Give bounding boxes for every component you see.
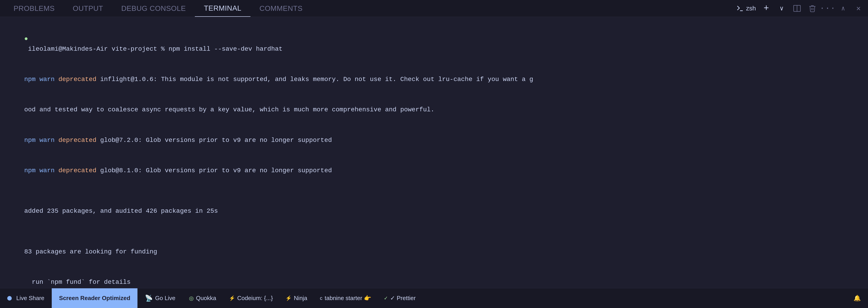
broadcast-icon: 📡 (145, 295, 153, 302)
trash-icon (808, 4, 816, 12)
warn-line-3: npm warn deprecated glob@8.1.0: Glob ver… (9, 156, 859, 186)
delete-terminal-button[interactable] (807, 3, 817, 13)
warn-line-2: npm warn deprecated glob@7.2.0: Glob ver… (9, 125, 859, 156)
funding-line-2: run `npm fund` for details (9, 267, 859, 288)
bell-button[interactable]: 🔔 (846, 288, 868, 308)
tab-output[interactable]: OUTPUT (64, 0, 112, 17)
terminal-controls: zsh + ∨ ··· ∧ ✕ (736, 3, 864, 13)
go-live-button[interactable]: 📡 Go Live (138, 288, 183, 308)
split-terminal-button[interactable] (792, 3, 802, 13)
npm-warn-text-2: glob@7.2.0: Glob versions prior to v9 ar… (96, 137, 332, 144)
prompt-dot: ● (24, 35, 28, 42)
quokka-icon: ◎ (189, 295, 194, 302)
terminal-shell-label: zsh (736, 4, 756, 12)
blank-1 (9, 186, 859, 196)
npm-warn-text-3: glob@8.1.0: Glob versions prior to v9 ar… (96, 167, 332, 174)
live-share-dot (7, 296, 12, 301)
funding-text-1: 83 packages are looking for funding (24, 248, 157, 255)
more-options-button[interactable]: ··· (823, 3, 833, 13)
funding-text-2: run `npm fund` for details (24, 279, 130, 286)
tab-terminal[interactable]: TERMINAL (195, 0, 250, 17)
npm-warn-label-3: npm warn (24, 167, 58, 174)
packages-added-line: added 235 packages, and audited 426 pack… (9, 196, 859, 227)
tabnine-button[interactable]: c tabnine starter 👉 (313, 288, 377, 308)
funding-line-1: 83 packages are looking for funding (9, 237, 859, 267)
tabnine-label: tabnine starter 👉 (324, 295, 371, 302)
terminal-command-line: ● ileolami@Makindes-Air vite-project % n… (9, 24, 859, 64)
tabnine-icon: c (320, 295, 322, 301)
npm-warn-label-2: npm warn (24, 137, 58, 144)
prompt-user: ileolami@Makindes-Air vite-project % (24, 46, 168, 53)
go-live-label: Go Live (155, 295, 176, 302)
npm-warn-label-1: npm warn (24, 76, 58, 83)
quokka-button[interactable]: ◎ Quokka (183, 288, 223, 308)
live-share-button[interactable]: Live Share (0, 288, 52, 308)
status-bar-left: Live Share Screen Reader Optimized 📡 Go … (0, 288, 422, 308)
prettier-check-icon: ✓ (384, 295, 388, 301)
split-icon (793, 4, 801, 12)
terminal-dropdown-button[interactable]: ∨ (777, 3, 786, 13)
npm-warn-deprecated-3: deprecated (58, 167, 96, 174)
tab-comments[interactable]: COMMENTS (250, 0, 312, 17)
warn-continuation-1: ood and tested way to coalesce async req… (9, 95, 859, 125)
codeium-icon: ⚡ (229, 295, 235, 301)
quokka-label: Quokka (196, 295, 216, 302)
blank-2 (9, 227, 859, 237)
ninja-button[interactable]: ⚡ Ninja (279, 288, 313, 308)
warn-line-1: npm warn deprecated inflight@1.0.6: This… (9, 64, 859, 94)
npm-warn-text-1: inflight@1.0.6: This module is not suppo… (96, 76, 533, 83)
tab-problems[interactable]: PROBLEMS (4, 0, 64, 17)
npm-warn-deprecated-1: deprecated (58, 76, 96, 83)
status-bar: Live Share Screen Reader Optimized 📡 Go … (0, 288, 868, 308)
ninja-label: Ninja (294, 295, 307, 302)
tab-list: PROBLEMS OUTPUT DEBUG CONSOLE TERMINAL C… (4, 0, 312, 17)
terminal-output: ● ileolami@Makindes-Air vite-project % n… (0, 17, 868, 288)
ninja-icon: ⚡ (285, 295, 291, 301)
prettier-label: ✓ Prettier (390, 295, 416, 302)
codeium-button[interactable]: ⚡ Codeium: {...} (223, 288, 279, 308)
close-panel-button[interactable]: ✕ (854, 3, 864, 13)
collapse-panel-button[interactable]: ∧ (838, 3, 848, 13)
tab-bar: PROBLEMS OUTPUT DEBUG CONSOLE TERMINAL C… (0, 0, 868, 17)
npm-warn-deprecated-2: deprecated (58, 137, 96, 144)
bell-icon: 🔔 (854, 295, 861, 302)
screen-reader-label: Screen Reader Optimized (59, 295, 130, 302)
tab-debug-console[interactable]: DEBUG CONSOLE (112, 0, 195, 17)
new-terminal-button[interactable]: + (761, 3, 771, 13)
status-bar-right: 🔔 (846, 288, 868, 308)
live-share-label: Live Share (16, 295, 44, 302)
packages-added-text: added 235 packages, and audited 426 pack… (24, 207, 218, 215)
screen-reader-button[interactable]: Screen Reader Optimized (52, 288, 137, 308)
codeium-label: Codeium: {...} (237, 295, 273, 302)
command-text: npm install --save-dev hardhat (168, 46, 283, 53)
warn-cont-text-1: ood and tested way to coalesce async req… (24, 106, 434, 113)
terminal-shell-icon (736, 4, 744, 12)
prettier-button[interactable]: ✓ ✓ Prettier (377, 288, 422, 308)
